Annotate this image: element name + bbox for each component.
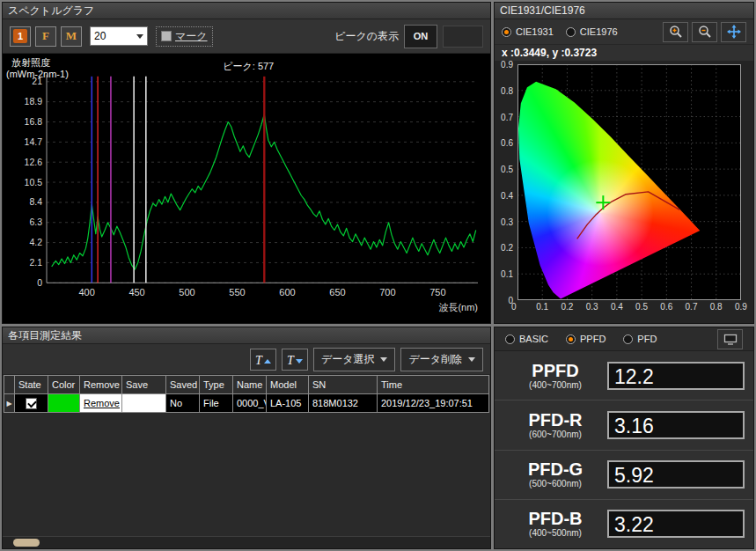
y-axis-title: 放射照度 [11,57,50,68]
spectrum-chart-svg: 2118.916.814.712.610.58.46.34.22.1040045… [3,54,490,323]
col-sn[interactable]: SN [309,376,378,394]
radio-pfd-label: PFD [637,334,657,344]
radio-basic-label: BASIC [519,334,548,344]
col-type[interactable]: Type [200,376,233,394]
radio-ppfd-label: PPFD [580,334,606,344]
mark-label: マーク [175,29,208,44]
radio-pfd[interactable]: PFD [623,334,657,344]
font-button-label: F [42,29,49,43]
data-select-dropdown[interactable]: データ選択 [313,348,396,371]
cie-y-tick-label: 0.7 [501,113,513,122]
col-save[interactable]: Save [122,376,166,394]
name-cell: 0000_V [233,394,267,413]
y-tick-label: 4.2 [29,238,42,247]
pfd-r-row: PFD-R (600~700nm) 3.16 [495,400,753,450]
sn-cell: 818M0132 [309,394,378,413]
ppfd-label-block: PPFD (400~700nm) [503,362,607,390]
radio-cie1931[interactable]: CIE1931 [502,26,554,37]
horizontal-scrollbar[interactable] [3,536,490,548]
view-1-button-label: 1 [13,29,27,43]
radio-ppfd-dot [566,334,576,344]
peak-display-label: ピークの表示 [334,29,399,44]
col-time[interactable]: Time [378,376,489,394]
pfd-b-label-block: PFD-B (400~500nm) [503,510,607,538]
results-table: State Color Remove Save Saved Type Name … [4,375,489,413]
cie-diagram-area: 0.90.80.70.60.50.40.30.20.10 00.10.20.30… [495,61,753,323]
cie-x-tick-label: 0.4 [611,302,623,312]
font-increase-label: T [255,355,262,367]
cie-y-tick-label: 0.2 [501,243,513,253]
ppfd-row: PPFD (400~700nm) 12.2 [495,351,753,400]
peak-display-on-button[interactable]: ON [404,25,437,48]
col-name[interactable]: Name [233,376,267,394]
view-1-button[interactable]: 1 [10,26,31,47]
mark-checkbox[interactable] [161,31,172,41]
radio-cie1976[interactable]: CIE1976 [566,26,618,37]
color-cell[interactable] [48,394,80,413]
zoom-in-icon [669,25,683,39]
x-tick-label: 750 [429,287,445,298]
state-cell [15,394,48,413]
results-panel: 各項目測定結果 T T データ選択 データ削除 [2,327,491,549]
pfd-g-label-block: PFD-G (500~600nm) [503,460,607,489]
monitor-icon [723,334,738,345]
font-increase-button[interactable]: T [250,349,276,371]
scrollbar-thumb[interactable] [13,539,40,547]
pfd-values-list: PPFD (400~700nm) 12.2 PFD-R (600~700nm) … [495,351,753,548]
col-color[interactable]: Color [48,376,80,394]
ppfd-value: 12.2 [607,362,745,390]
save-cell[interactable] [122,394,166,413]
application-window: スペクトルグラフ 1 F M 20 マーク ピークの表示 ON [0,0,756,551]
arrow-down-icon [296,359,303,364]
cie-coordinates-readout: x :0.3449, y :0.3723 [495,45,753,61]
y-axis-units: (mWm-2nm-1) [6,69,69,79]
table-header-row: State Color Remove Save Saved Type Name … [4,376,489,394]
col-saved[interactable]: Saved [166,376,200,394]
spectrum-panel-title: スペクトルグラフ [3,3,490,19]
cie-diagram[interactable] [517,64,741,300]
y-tick-label: 16.8 [25,117,43,127]
fit-view-button[interactable] [721,22,746,42]
marker-mode-button-label: M [66,29,77,43]
chevron-down-icon [468,357,475,362]
smoothing-dropdown[interactable]: 20 [90,26,148,46]
results-table-wrap: State Color Remove Save Saved Type Name … [3,375,490,413]
col-model[interactable]: Model [267,376,309,394]
peak-display-on-label: ON [414,31,429,41]
table-row[interactable]: ▶ Remove No File 0000_V LA-105 818M0132 … [4,394,489,413]
cie-x-tick-label: 0.8 [710,302,723,312]
cie-y-tick-label: 0.9 [501,60,513,70]
peak-display-toggle-off[interactable] [443,26,483,48]
x-tick-label: 450 [128,287,144,298]
x-tick-label: 700 [379,287,395,298]
spectrum-chart: 2118.916.814.712.610.58.46.34.22.1040045… [3,54,490,323]
peak-annotation: ピーク: 577 [223,61,274,71]
radio-basic-dot [505,334,515,344]
pfd-mode-toolbar: BASIC PPFD PFD [495,327,753,351]
y-tick-label: 18.9 [25,97,43,107]
col-remove[interactable]: Remove [80,376,122,394]
marker-mode-button[interactable]: M [61,26,82,47]
zoom-out-button[interactable] [692,22,717,42]
data-delete-dropdown[interactable]: データ削除 [400,348,483,371]
x-tick-label: 550 [229,287,245,298]
radio-cie1976-dot [566,27,576,37]
row-selector-header [4,376,15,394]
row-selector-cell: ▶ [4,394,15,413]
display-settings-button[interactable] [717,329,743,349]
y-tick-label: 0 [37,278,42,288]
remove-button[interactable]: Remove [80,394,122,413]
col-state[interactable]: State [15,376,48,394]
font-button[interactable]: F [35,26,56,47]
radio-basic[interactable]: BASIC [505,334,548,344]
cie-overlay-svg [517,64,741,300]
zoom-in-button[interactable] [663,22,688,42]
y-tick-label: 10.5 [25,178,43,187]
y-tick-label: 2.1 [29,258,42,268]
font-decrease-button[interactable]: T [282,349,308,371]
state-checkbox[interactable] [26,398,37,409]
y-tick-label: 8.4 [29,197,42,207]
x-tick-label: 500 [179,287,195,298]
radio-ppfd[interactable]: PPFD [566,334,606,344]
ppfd-label: PPFD [532,362,578,380]
